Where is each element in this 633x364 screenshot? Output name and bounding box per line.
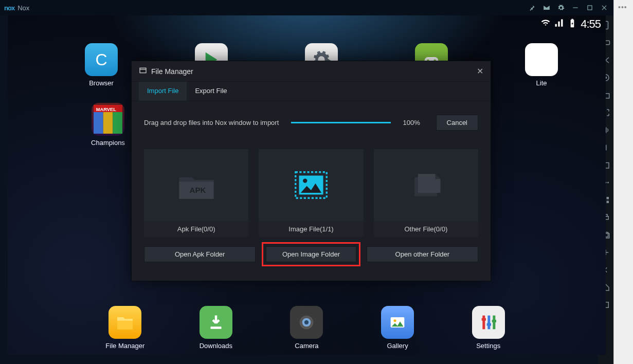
battery-icon <box>567 18 577 30</box>
signal-icon <box>554 18 564 30</box>
dialog-tabs: Import File Export File <box>132 82 491 101</box>
app-facebook-lite[interactable]: f Lite <box>525 43 558 87</box>
cancel-button[interactable]: Cancel <box>436 115 478 131</box>
app-downloads[interactable]: Downloads <box>193 306 239 350</box>
svg-point-12 <box>607 182 609 184</box>
gallery-icon <box>381 306 414 339</box>
progress-row: Drag and drop files into Nox window to i… <box>144 115 478 131</box>
dialog-titlebar: File Manager ✕ <box>132 61 491 82</box>
file-manager-dialog: File Manager ✕ Import File Export File D… <box>131 61 491 281</box>
app-label: Browser <box>89 79 114 87</box>
card-other[interactable]: Other File(0/0) <box>374 149 478 237</box>
app-browser[interactable]: C Browser <box>85 43 118 87</box>
instruction-text: Drag and drop files into Nox window to i… <box>144 119 279 126</box>
open-apk-folder-button[interactable]: Open Apk Folder <box>144 246 256 262</box>
titlebar: nox Nox <box>0 0 613 15</box>
tab-export-file[interactable]: Export File <box>187 82 235 101</box>
dialog-close-button[interactable]: ✕ <box>477 66 483 76</box>
progress-percent: 100% <box>403 119 424 126</box>
svg-point-50 <box>303 178 307 183</box>
svg-rect-1 <box>588 6 592 10</box>
svg-text:APK: APK <box>189 186 206 194</box>
app-label: Settings <box>476 342 500 350</box>
dialog-body: Drag and drop files into Nox window to i… <box>132 101 491 281</box>
dialog-title: File Manager <box>151 67 193 76</box>
nox-window: nox Nox 4:55 <box>0 0 613 364</box>
card-caption: Other File(0/0) <box>374 221 478 237</box>
svg-text:MARVEL: MARVEL <box>96 107 117 112</box>
pin-icon[interactable] <box>527 3 537 13</box>
app-camera[interactable]: Camera <box>283 306 330 350</box>
svg-rect-41 <box>481 318 485 321</box>
svg-rect-44 <box>140 68 146 72</box>
gear-icon[interactable] <box>556 3 566 13</box>
svg-rect-43 <box>492 320 496 322</box>
app-label: Gallery <box>387 342 408 350</box>
wifi-icon <box>540 18 551 30</box>
file-manager-icon <box>139 66 147 76</box>
status-bar: 4:55 <box>540 15 601 33</box>
progress-bar <box>291 122 390 123</box>
sliders-icon <box>472 306 505 339</box>
android-screen: 4:55 C Browser f Lite <box>8 15 606 355</box>
svg-rect-23 <box>572 19 573 20</box>
app-label: Camera <box>295 342 318 350</box>
clock: 4:55 <box>581 17 601 31</box>
svg-rect-30 <box>103 112 113 134</box>
open-other-folder-button[interactable]: Open other Folder <box>367 246 478 262</box>
app-file-manager[interactable]: File Manager <box>102 306 148 350</box>
browser-icon: C <box>85 43 118 76</box>
svg-rect-38 <box>482 316 485 330</box>
nox-logo: nox <box>4 4 14 12</box>
open-image-folder-button[interactable]: Open Image Folder <box>266 246 356 262</box>
svg-rect-16 <box>607 201 609 204</box>
champions-icon: MARVEL <box>92 103 124 136</box>
outer-browser-sidebar: ••• <box>613 0 633 364</box>
mail-icon[interactable] <box>541 3 552 13</box>
app-label: Champions <box>91 139 125 147</box>
app-label: File Manager <box>105 342 144 350</box>
camera-icon <box>290 306 323 339</box>
svg-point-37 <box>394 319 396 322</box>
card-caption: Image File(1/1) <box>259 221 363 237</box>
svg-point-35 <box>304 320 309 324</box>
svg-rect-0 <box>573 7 577 8</box>
home-row-2: MARVEL Champions <box>85 103 131 147</box>
svg-rect-31 <box>113 112 122 134</box>
download-icon <box>200 306 232 339</box>
file-type-cards: APK Apk File(0/0) Image File(1/1) <box>144 149 478 237</box>
minimize-button[interactable] <box>570 3 581 13</box>
svg-rect-29 <box>94 112 103 134</box>
card-apk[interactable]: APK Apk File(0/0) <box>144 149 248 237</box>
close-button[interactable] <box>599 3 609 13</box>
open-folder-row: Open Apk Folder Open Image Folder Open o… <box>144 246 478 262</box>
document-stack-icon <box>374 149 478 221</box>
svg-rect-42 <box>486 323 491 326</box>
more-icon[interactable]: ••• <box>614 0 633 11</box>
app-settings[interactable]: Settings <box>465 306 512 350</box>
card-caption: Apk File(0/0) <box>144 221 248 237</box>
apk-folder-icon: APK <box>144 149 248 221</box>
svg-rect-39 <box>487 316 490 330</box>
svg-rect-32 <box>117 321 133 330</box>
app-gallery[interactable]: Gallery <box>374 306 421 350</box>
folder-icon <box>108 306 141 339</box>
facebook-icon: f <box>525 43 558 76</box>
maximize-button[interactable] <box>585 3 595 13</box>
window-title: Nox <box>17 4 29 12</box>
card-image[interactable]: Image File(1/1) <box>259 149 363 237</box>
image-icon <box>259 149 363 221</box>
app-champions[interactable]: MARVEL Champions <box>85 103 131 147</box>
tab-import-file[interactable]: Import File <box>139 82 187 101</box>
app-label: Lite <box>536 79 547 87</box>
app-label: Downloads <box>200 342 232 350</box>
svg-rect-14 <box>607 197 609 199</box>
dock: File Manager Downloads Camera Gallery Se… <box>8 306 606 350</box>
